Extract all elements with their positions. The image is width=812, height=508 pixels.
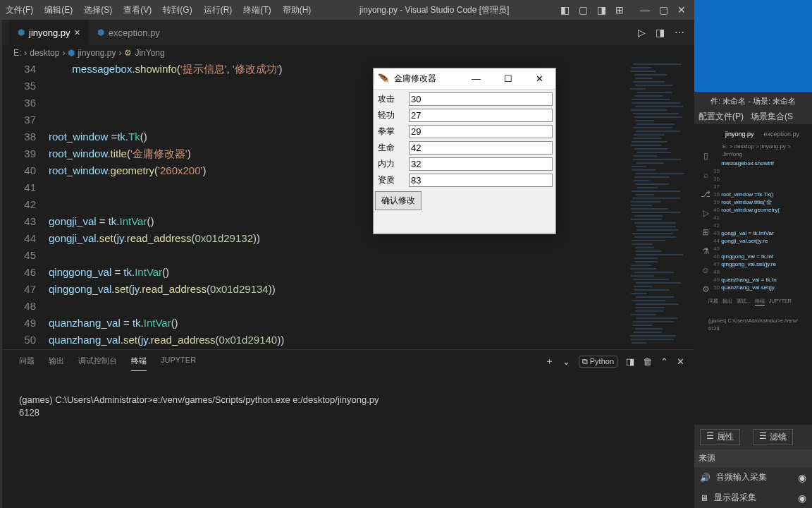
- tab-label: exception.py: [109, 28, 160, 38]
- panel-tab[interactable]: JUPYTER: [161, 351, 196, 371]
- menu-item[interactable]: 转到(G): [157, 4, 197, 16]
- panel-tab[interactable]: 调试控制台: [78, 351, 117, 371]
- panel-up-icon[interactable]: ⌃: [660, 356, 668, 367]
- close-icon[interactable]: ×: [75, 27, 80, 38]
- props-button[interactable]: ☰ 属性: [700, 429, 740, 445]
- tk-label: 拳掌: [375, 126, 409, 138]
- breadcrumb[interactable]: E:› desktop› ⬢jinyong.py› ⚙JinYong: [2, 45, 694, 61]
- obs-mini-panel-tab[interactable]: 问题: [708, 297, 718, 306]
- panel-tab[interactable]: 问题: [19, 351, 35, 371]
- menu-item[interactable]: 运行(R): [198, 4, 238, 16]
- layout-icon[interactable]: ⊞: [614, 4, 625, 16]
- tab-label: jinyong.py: [29, 28, 70, 38]
- tk-dialog: 🪶 金庸修改器 — ☐ ✕ 攻击轻功拳掌生命内力资质 确认修改: [373, 68, 556, 234]
- tk-row: 轻功: [375, 107, 554, 123]
- settings-icon[interactable]: ⚙: [702, 284, 710, 294]
- panel-close-icon[interactable]: ✕: [677, 356, 684, 367]
- menu-item[interactable]: 查看(V): [118, 4, 157, 16]
- obs-mini-panel-tab[interactable]: JUPYTER: [769, 297, 792, 306]
- panel-right-icon[interactable]: ◨: [596, 4, 607, 16]
- scm-icon[interactable]: ⎇: [701, 189, 710, 199]
- split-terminal-icon[interactable]: ◨: [626, 356, 634, 367]
- obs-source-row[interactable]: 🔊音频输入采集◉: [694, 467, 812, 488]
- obs-mini-activitybar: ▯ ⌕ ⎇ ▷ ⊞ ⚗ ☺ ⚙: [699, 151, 712, 294]
- window-title: jinyong.py - Visual Studio Code [管理员]: [316, 4, 552, 16]
- obs-mini-panel-tab[interactable]: 调试...: [737, 297, 751, 306]
- obs-mini-line: 45: [708, 245, 809, 253]
- tk-input[interactable]: [409, 174, 553, 187]
- obs-mini-tab[interactable]: jinyong.py: [722, 129, 757, 140]
- python-icon: ⬢: [18, 28, 25, 37]
- tk-form: 攻击轻功拳掌生命内力资质: [374, 90, 555, 190]
- terminal-body[interactable]: (games) C:\Users\Administrator>e:/venv/g…: [2, 373, 694, 508]
- tk-input[interactable]: [409, 109, 553, 122]
- editor-tab[interactable]: ⬢exception.py: [89, 20, 168, 45]
- tk-maximize-button[interactable]: ☐: [492, 73, 524, 84]
- visibility-icon[interactable]: ◉: [798, 492, 806, 504]
- menu-item[interactable]: 选择(S): [78, 4, 118, 16]
- tk-label: 轻功: [375, 109, 409, 121]
- menu-item[interactable]: 文件(F): [0, 4, 39, 16]
- test-icon[interactable]: ⚗: [702, 246, 710, 256]
- editor-tab[interactable]: ⬢jinyong.py×: [9, 20, 89, 45]
- panel-tab[interactable]: 输出: [49, 351, 64, 371]
- debug-icon[interactable]: ▷: [703, 208, 709, 218]
- obs-mini-panel-tab[interactable]: 终端: [755, 297, 765, 306]
- obs-menu-profile[interactable]: 配置文件(P): [699, 111, 744, 123]
- tk-label: 生命: [375, 142, 409, 154]
- menu-item[interactable]: 帮助(H): [277, 4, 317, 16]
- split-editor-icon[interactable]: ◨: [656, 27, 665, 38]
- tk-input[interactable]: [409, 157, 553, 171]
- tk-close-button[interactable]: ✕: [524, 73, 555, 84]
- panel-bottom-icon[interactable]: ▢: [577, 4, 589, 16]
- crumb-file: jinyong.py: [78, 48, 116, 58]
- crumb-class: JinYong: [135, 48, 164, 58]
- tk-input[interactable]: [409, 141, 553, 155]
- terminal-dropdown-icon[interactable]: ⌄: [562, 356, 570, 367]
- kill-terminal-icon[interactable]: 🗑: [643, 356, 652, 367]
- tk-input[interactable]: [409, 92, 553, 106]
- editor-body[interactable]: 3435363738394041424344454647484950 messa…: [2, 61, 694, 349]
- minimap[interactable]: [627, 61, 694, 349]
- maximize-button[interactable]: ▢: [658, 4, 669, 16]
- more-icon[interactable]: ⋯: [675, 27, 684, 38]
- menu-item[interactable]: 终端(T): [238, 4, 276, 16]
- window-controls: — ▢ ✕: [632, 4, 694, 16]
- obs-mini-panel-tab[interactable]: 输出: [722, 297, 732, 306]
- obs-mini-term: (games) C:\Users\Administrator>e:/venv/: [708, 317, 809, 325]
- obs-panel: 件: 未命名 - 场景: 未命名 配置文件(P) 场景集合(S jinyong.…: [694, 0, 812, 508]
- new-terminal-icon[interactable]: ＋: [545, 355, 554, 368]
- tk-input[interactable]: [409, 125, 553, 138]
- account-icon[interactable]: ☺: [701, 265, 710, 275]
- panel-left-icon[interactable]: ◧: [559, 4, 570, 16]
- search-icon[interactable]: ⌕: [703, 170, 708, 180]
- files-icon[interactable]: ▯: [703, 151, 708, 161]
- filter-button[interactable]: ☰ 滤镜: [753, 429, 793, 445]
- visibility-icon[interactable]: ◉: [798, 472, 806, 483]
- confirm-button[interactable]: 确认修改: [375, 191, 422, 210]
- tk-row: 资质: [375, 172, 554, 188]
- crumb-drive: E:: [13, 48, 21, 58]
- source-icon: 🖥: [700, 493, 708, 503]
- ext-icon[interactable]: ⊞: [702, 227, 709, 237]
- obs-mini-line: 38 root_window =tk.Tk(): [708, 190, 809, 198]
- terminal-kind[interactable]: ⧉ Python: [579, 356, 617, 368]
- obs-menu-scene[interactable]: 场景集合(S: [751, 111, 793, 123]
- tk-row: 生命: [375, 140, 554, 156]
- tk-row: 内力: [375, 156, 554, 172]
- menu-item[interactable]: 编辑(E): [39, 4, 78, 16]
- source-name: 音频输入采集: [716, 471, 767, 483]
- tk-titlebar[interactable]: 🪶 金庸修改器 — ☐ ✕: [374, 68, 555, 90]
- obs-source-row[interactable]: 🖥显示器采集◉: [694, 488, 812, 508]
- minimize-button[interactable]: —: [639, 4, 651, 16]
- run-icon[interactable]: ▷: [638, 27, 646, 38]
- tk-minimize-button[interactable]: —: [460, 73, 492, 84]
- close-button[interactable]: ✕: [676, 4, 687, 16]
- bottom-panel: 问题输出调试控制台终端JUPYTER ＋ ⌄ ⧉ Python ◨ 🗑 ⌃ ✕ …: [2, 349, 694, 508]
- panel-tab[interactable]: 终端: [131, 351, 147, 371]
- source-icon: 🔊: [700, 473, 710, 483]
- python-icon: ⬢: [97, 28, 104, 37]
- obs-mini-line: 46 qinggong_val = tk.Int: [708, 253, 809, 260]
- obs-mini-tab[interactable]: exception.py: [761, 129, 803, 140]
- obs-mini-line: 49 quanzhang_val = tk.In: [708, 276, 809, 284]
